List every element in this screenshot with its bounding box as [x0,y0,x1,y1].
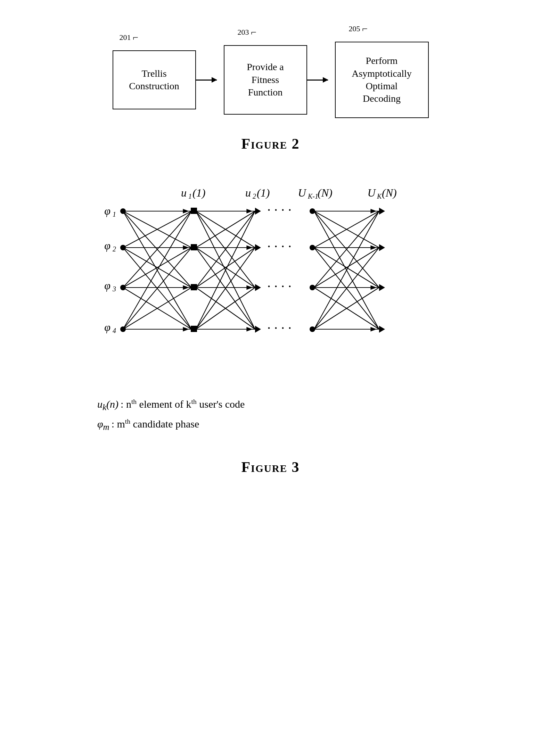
label-u1-1-sub: 1 [188,192,192,200]
label-u2-1: u [245,186,251,199]
trellis-svg: u 1 (1) u 2 (1) U K-1 (N) U K (N) φ 1 φ [97,180,444,381]
svg-rect-54 [191,284,197,290]
svg-point-62 [310,285,315,290]
phi1-sub: 1 [113,210,116,218]
box-decoding: Perform Asymptotically Optimal Decoding [335,42,429,118]
phi1-label: φ [104,205,110,217]
caption-line-1: uk(n): nth element of kth user's code [97,395,245,415]
svg-marker-64 [379,208,385,215]
phi2-sub: 2 [113,245,116,253]
label-uk-n: U [367,186,376,199]
phi-to-u1-edges [123,211,191,329]
phi4-sub: 4 [113,327,116,334]
arrow-1 [196,80,224,81]
box-trellis-label: Trellis Construction [129,67,179,93]
figure3-section: u 1 (1) u 2 (1) U K-1 (N) U K (N) φ 1 φ [21,180,520,496]
dots-row1: · · · · [267,202,292,218]
label-u1-1: u [181,186,187,199]
label-uk1-n: U [298,186,306,199]
figure3-caption: uk(n): nth element of kth user's code φm… [97,395,245,434]
label-uk-n-paren: (N) [382,186,397,199]
flowchart: 201 ⌐ Trellis Construction 203 ⌐ Provide… [113,42,429,118]
svg-marker-57 [255,244,261,251]
dots-row4: · · · · [267,320,292,336]
col3-nodes [310,208,315,332]
phi2-label: φ [104,239,110,252]
label-uk1-n-paren: (N) [318,186,333,199]
label-u2-1-sub: 2 [253,192,256,200]
phi3-sub: 3 [112,285,116,293]
arrow-line-2 [307,80,328,81]
svg-rect-55 [191,326,197,332]
ref-205: 205 ⌐ [349,23,368,34]
arrow-line-1 [196,80,217,81]
ref-201: 201 ⌐ [120,31,138,42]
caption-colon-1: : nth element of kth user's code [121,395,245,413]
arrow-2 [307,80,335,81]
trellis-diagram: u 1 (1) u 2 (1) U K-1 (N) U K (N) φ 1 φ [97,180,444,381]
box-decoding-label: Perform Asymptotically Optimal Decoding [352,55,412,105]
col2-nodes [255,208,261,333]
svg-marker-67 [379,326,385,333]
label-uk-n-sub: K [377,192,382,200]
phi3-label: φ [104,279,110,292]
dots-row2: · · · · [267,239,292,254]
figure2-section: 201 ⌐ Trellis Construction 203 ⌐ Provide… [21,21,520,173]
svg-point-63 [310,326,315,332]
svg-marker-58 [255,284,261,291]
svg-rect-53 [191,244,197,250]
figure3-title: Figure 3 [241,459,300,475]
page-container: 201 ⌐ Trellis Construction 203 ⌐ Provide… [0,0,541,756]
caption-colon-2: : mth candidate phase [112,415,199,433]
col1-nodes [191,208,197,332]
svg-point-60 [310,208,315,214]
svg-rect-52 [191,208,197,214]
right-edges [314,211,379,329]
phi4-label: φ [104,321,110,333]
col0-nodes [120,208,126,332]
col4-nodes [379,208,385,333]
caption-uk-italic: uk(n) [97,395,118,415]
ref-203: 203 ⌐ [238,26,256,37]
box-fitness-function: Provide a Fitness Function [224,45,307,115]
left-edges [196,211,255,329]
label-uk1-n-sub: K-1 [308,192,318,200]
svg-marker-65 [379,244,385,251]
figure2-title: Figure 2 [241,135,300,152]
caption-line-2: φm: mth candidate phase [97,415,245,435]
dots-row3: · · · · [267,279,292,294]
label-u1-1-paren: (1) [192,186,205,199]
svg-marker-59 [255,326,261,333]
svg-marker-66 [379,284,385,291]
label-u2-1-paren: (1) [257,186,270,199]
box-fitness-label: Provide a Fitness Function [247,61,284,99]
caption-phi-italic: φm [97,415,109,435]
svg-marker-56 [255,208,261,215]
svg-point-61 [310,245,315,250]
box-trellis-construction: Trellis Construction [113,50,196,109]
